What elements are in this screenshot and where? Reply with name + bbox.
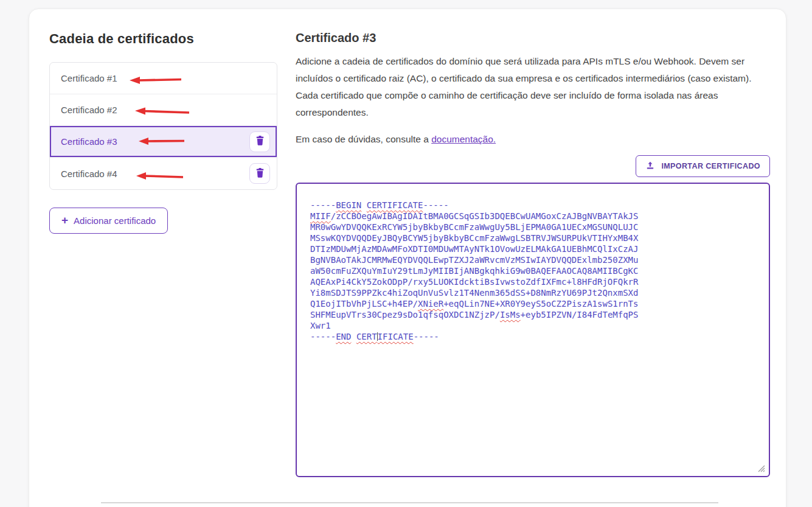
certificate-list-item-3[interactable]: Certificado #3: [50, 126, 277, 158]
certificate-textarea[interactable]: -----BEGIN CERTIFICATE-----MIIF/zCCBOegA…: [296, 183, 770, 477]
delete-certificate-button[interactable]: [249, 131, 270, 152]
certificate-line: AQEAxPi4CkY5ZokODpP/rxy5LUOKIdcktiBsIvws…: [310, 276, 757, 287]
bottom-divider: [101, 502, 718, 503]
import-certificate-button[interactable]: IMPORTAR CERTIFICADO: [636, 155, 770, 177]
certificate-line: MIIF/zCCBOegAwIBAgIDAItBMA0GCSqGSIb3DQEB…: [310, 211, 757, 222]
add-certificate-button[interactable]: + Adicionar certificado: [49, 208, 168, 234]
trash-icon: [255, 136, 265, 147]
certificate-line: -----END CERTIFICATE-----: [310, 331, 757, 342]
certificate-list-item-1[interactable]: Certificado #1: [50, 63, 277, 94]
certificate-line: MSswKQYDVQQDEyJBQyBCYW5jbyBkbyBCcmFzaWwg…: [310, 233, 757, 243]
certificate-detail-panel: Certificado #3 Adicione a cadeia de cert…: [296, 31, 770, 477]
certificate-line: Xwr1: [310, 320, 757, 331]
resize-handle-icon[interactable]: [756, 463, 766, 473]
certificate-line: aW50cmFuZXQuYmIuY29tLmJyMIIBIjANBgkqhkiG…: [310, 265, 757, 276]
certificate-line: Yi8mSDJTS9PPZkc4hiZoqUnVuSvlz1T4Nenm365d…: [310, 287, 757, 298]
certificate-content: -----BEGIN CERTIFICATE-----MIIF/zCCBOegA…: [310, 200, 757, 342]
help-line: Em caso de dúvidas, consulte a documenta…: [296, 134, 770, 145]
certificate-list-item-label: Certificado #1: [61, 73, 117, 83]
delete-certificate-button[interactable]: [249, 163, 270, 184]
certificate-line: DTIzMDUwMjAzMDAwMFoXDTI0MDUwMTAyNTk1OVow…: [310, 243, 757, 254]
plus-icon: +: [61, 214, 68, 226]
import-certificate-label: IMPORTAR CERTIFICADO: [661, 162, 760, 170]
certificate-line: -----BEGIN CERTIFICATE-----: [310, 200, 757, 211]
certificate-line: SHFMEupVTrs30Cpez9sDo1qfsqOXDC1NZjzP/IsM…: [310, 309, 757, 320]
upload-icon: [645, 161, 655, 172]
trash-icon: [255, 168, 265, 180]
certificate-chain-panel: Cadeia de certificados Certificado #1 Ce…: [49, 31, 277, 234]
certificate-list-item-label: Certificado #4: [61, 169, 117, 179]
documentation-link[interactable]: documentação.: [431, 134, 496, 144]
certificates-card: Cadeia de certificados Certificado #1 Ce…: [29, 9, 786, 507]
certificate-line: BgNVBAoTAkJCMRMwEQYDVQQLEwpTZXJ2aWRvcmVz…: [310, 254, 757, 265]
certificate-list-item-4[interactable]: Certificado #4: [50, 158, 277, 189]
certificate-description: Adicione a cadeia de certificados do dom…: [296, 53, 759, 121]
certificate-list-item-2[interactable]: Certificado #2: [50, 94, 277, 126]
certificate-detail-title: Certificado #3: [296, 31, 770, 45]
certificate-line: MR0wGwYDVQQKExRCYW5jbyBkbyBCcmFzaWwgUy5B…: [310, 222, 757, 233]
certificate-list-item-label: Certificado #3: [61, 136, 117, 147]
certificate-list: Certificado #1 Certificado #2 Certificad…: [49, 62, 277, 190]
help-text: Em caso de dúvidas, consulte a: [296, 134, 431, 144]
certificate-chain-title: Cadeia de certificados: [49, 31, 277, 47]
certificate-list-item-label: Certificado #2: [61, 105, 117, 115]
certificate-line: Q1EojITbVhPjLSC+h4EP/XNieR+eqQLin7NE+XR0…: [310, 298, 757, 309]
add-certificate-label: Adicionar certificado: [74, 215, 156, 226]
import-row: IMPORTAR CERTIFICADO: [296, 155, 770, 177]
